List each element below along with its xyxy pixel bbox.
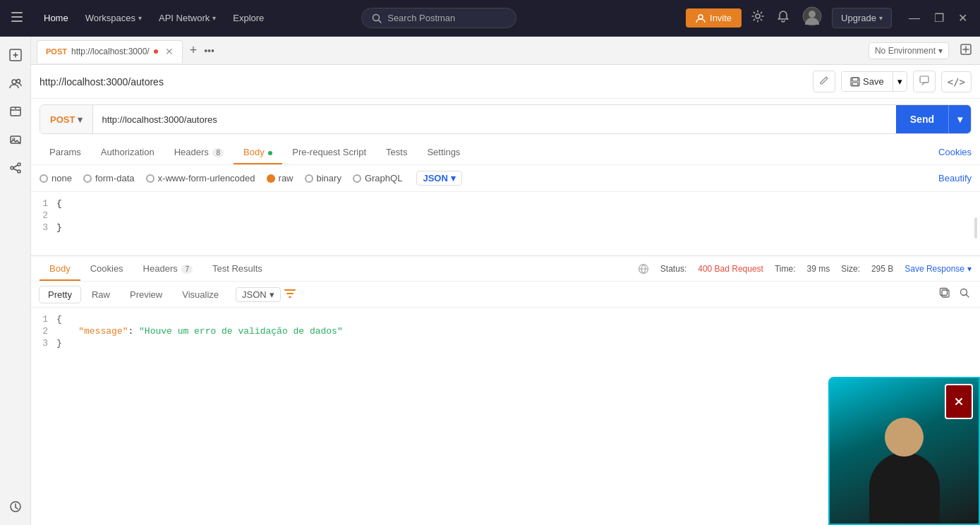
send-chevron-icon: ▾ <box>957 114 962 125</box>
minimize-button[interactable]: — <box>905 10 924 26</box>
graphql-radio <box>353 174 361 183</box>
sidebar-share-icon[interactable] <box>3 155 28 181</box>
body-graphql-option[interactable]: GraphQL <box>353 173 402 183</box>
json-type-selector[interactable]: JSON ▾ <box>416 171 461 186</box>
none-radio <box>40 174 48 183</box>
body-none-option[interactable]: none <box>40 173 72 183</box>
profile-icon[interactable] <box>799 4 825 32</box>
tab-pre-request[interactable]: Pre-request Script <box>282 140 376 164</box>
resp-tab-test-results[interactable]: Test Results <box>202 256 272 281</box>
body-options: none form-data x-www-form-urlencoded raw… <box>31 165 980 192</box>
raw-button[interactable]: Raw <box>83 286 119 303</box>
resp-action-icons <box>938 286 972 303</box>
nav-explore[interactable]: Explore <box>226 8 271 28</box>
svg-point-5 <box>698 15 703 19</box>
save-dropdown-button[interactable]: ▾ <box>893 72 907 91</box>
svg-rect-2 <box>11 20 23 22</box>
body-binary-option[interactable]: binary <box>305 173 341 183</box>
comment-icon[interactable] <box>913 71 936 92</box>
tab-add-button[interactable]: + <box>186 43 202 58</box>
settings-icon[interactable] <box>749 7 767 29</box>
tab-settings[interactable]: Settings <box>417 140 470 164</box>
tab-url: http://localhost:3000/ <box>71 47 150 56</box>
tab-tests[interactable]: Tests <box>376 140 417 164</box>
tab-modified-dot <box>154 49 158 54</box>
svg-rect-1 <box>11 16 23 18</box>
svg-rect-23 <box>852 83 858 85</box>
save-response-button[interactable]: Save Response ▾ <box>905 264 972 274</box>
request-actions: Save ▾ </> <box>813 71 972 92</box>
tab-method: POST <box>46 47 67 56</box>
request-body-editor[interactable]: 1 { 2 3 } <box>31 192 980 255</box>
method-selector[interactable]: POST ▾ <box>40 105 93 133</box>
svg-point-10 <box>12 80 16 84</box>
beautify-button[interactable]: Beautify <box>938 173 972 183</box>
restore-button[interactable]: ❐ <box>930 10 948 26</box>
edit-icon[interactable] <box>813 71 835 92</box>
cookies-link[interactable]: Cookies <box>938 147 972 157</box>
body-urlencoded-option[interactable]: x-www-form-urlencoded <box>146 173 255 183</box>
close-button[interactable]: ✕ <box>954 10 972 26</box>
request-tabs: Params Authorization Headers 8 Body Pre-… <box>31 140 980 165</box>
resp-tab-cookies[interactable]: Cookies <box>80 256 133 281</box>
filter-button[interactable] <box>284 287 296 302</box>
send-button[interactable]: Send <box>896 105 949 133</box>
sidebar-team-icon[interactable] <box>3 71 28 96</box>
save-button[interactable]: Save <box>842 72 893 91</box>
tab-authorization[interactable]: Authorization <box>91 140 164 164</box>
body-form-data-option[interactable]: form-data <box>83 173 135 183</box>
body-active-dot <box>268 151 272 155</box>
tab-headers[interactable]: Headers 8 <box>164 140 234 164</box>
resp-tab-body[interactable]: Body <box>40 256 80 281</box>
svg-rect-24 <box>920 76 928 83</box>
env-settings-icon[interactable] <box>957 41 974 60</box>
tab-body[interactable]: Body <box>234 140 282 164</box>
resp-line-1: 1 { <box>31 313 980 325</box>
copy-response-button[interactable] <box>938 286 952 303</box>
invite-icon <box>696 13 706 23</box>
size-value: 295 B <box>871 264 893 274</box>
nav-home[interactable]: Home <box>37 8 75 28</box>
nav-api-network[interactable]: API Network ▾ <box>152 8 223 28</box>
resp-line-3: 3 } <box>31 337 980 349</box>
app-body: POST http://localhost:3000/ ✕ + ••• No E… <box>0 37 980 525</box>
search-bar[interactable]: Search Postman <box>361 8 516 28</box>
webcam-badge <box>945 384 973 419</box>
upgrade-chevron: ▾ <box>879 14 883 22</box>
active-tab[interactable]: POST http://localhost:3000/ ✕ <box>37 40 183 63</box>
resp-tab-headers[interactable]: Headers 7 <box>133 256 202 281</box>
send-dropdown-button[interactable]: ▾ <box>949 105 971 133</box>
sidebar-collection-icon[interactable] <box>3 99 28 124</box>
tab-more-button[interactable]: ••• <box>204 45 214 56</box>
request-header: http://localhost:3000/autores Save ▾ </> <box>31 65 980 99</box>
content-area: POST http://localhost:3000/ ✕ + ••• No E… <box>31 37 980 525</box>
request-title: http://localhost:3000/autores <box>40 76 164 88</box>
scrollbar[interactable] <box>974 217 977 239</box>
nav-workspaces[interactable]: Workspaces ▾ <box>78 8 149 28</box>
environment-selector[interactable]: No Environment ▾ <box>869 42 949 59</box>
response-panel: Body Cookies Headers 7 Test Results Stat… <box>31 256 980 525</box>
notification-icon[interactable] <box>774 7 792 29</box>
body-raw-option[interactable]: raw <box>267 173 294 183</box>
resp-headers-badge: 7 <box>181 265 193 274</box>
url-input[interactable] <box>93 105 895 133</box>
upgrade-button[interactable]: Upgrade ▾ <box>832 8 892 28</box>
invite-button[interactable]: Invite <box>686 8 742 28</box>
menu-icon[interactable] <box>8 8 25 28</box>
sidebar-new-icon[interactable] <box>3 42 28 68</box>
preview-button[interactable]: Preview <box>121 286 171 303</box>
resp-json-selector[interactable]: JSON ▾ <box>236 287 281 302</box>
tab-params[interactable]: Params <box>40 140 91 164</box>
search-response-button[interactable] <box>957 286 972 303</box>
tab-close-button[interactable]: ✕ <box>165 46 174 57</box>
code-icon[interactable]: </> <box>941 71 972 92</box>
sidebar-history-icon[interactable] <box>3 494 28 519</box>
headers-badge: 8 <box>212 148 224 157</box>
form-data-radio <box>83 174 92 183</box>
status-label: Status: <box>660 264 686 274</box>
svg-line-29 <box>967 295 969 298</box>
pretty-button[interactable]: Pretty <box>40 286 80 303</box>
visualize-button[interactable]: Visualize <box>174 286 227 303</box>
sidebar-image-icon[interactable] <box>3 127 28 152</box>
titlebar-right: Invite Upgrade ▾ — ❐ ✕ <box>686 4 972 32</box>
